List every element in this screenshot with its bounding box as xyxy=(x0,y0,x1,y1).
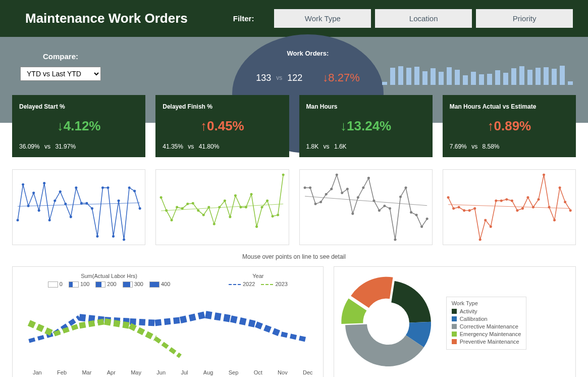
card-vs: vs xyxy=(471,143,477,150)
card-b: 8.58% xyxy=(482,143,499,150)
card-compare: 36.09% vs 31.97% xyxy=(19,143,138,150)
svg-point-83 xyxy=(484,219,487,221)
svg-point-73 xyxy=(420,225,423,228)
bottom-panels: Sum(Actual Labor Hrs) 0 100 200 300 400 … xyxy=(0,266,588,377)
svg-line-75 xyxy=(448,205,570,209)
leg-400: 400 xyxy=(161,281,170,287)
svg-point-2 xyxy=(22,183,24,186)
svg-point-96 xyxy=(553,219,556,221)
svg-point-7 xyxy=(48,219,51,221)
svg-point-88 xyxy=(511,200,513,202)
svg-point-58 xyxy=(341,192,343,194)
svg-point-28 xyxy=(171,219,173,221)
labor-hours-chart[interactable]: Sum(Actual Labor Hrs) 0 100 200 300 400 … xyxy=(12,266,324,377)
svg-point-26 xyxy=(160,196,163,199)
svg-point-10 xyxy=(64,203,67,205)
labor-legends: Sum(Actual Labor Hrs) 0 100 200 300 400 … xyxy=(19,273,317,291)
donut-legend: Work Type Activity Callibration Correcti… xyxy=(446,297,527,350)
svg-point-98 xyxy=(564,201,566,203)
svg-line-110 xyxy=(281,334,306,340)
svg-point-3 xyxy=(27,205,30,207)
svg-point-19 xyxy=(112,235,115,238)
year-legend: Year 2022 2023 xyxy=(229,273,288,291)
svg-point-78 xyxy=(457,206,460,209)
trend-mh-actual[interactable] xyxy=(443,169,576,245)
svg-point-1 xyxy=(17,219,19,221)
svg-point-62 xyxy=(362,186,364,189)
month-axis: JanFebMarAprMayJunJulAugSepOctNovDec xyxy=(33,369,313,375)
svg-point-20 xyxy=(118,200,120,202)
svg-line-105 xyxy=(155,320,180,323)
card-vs: vs xyxy=(324,143,330,150)
svg-line-106 xyxy=(180,315,205,320)
trend-man-hours[interactable] xyxy=(299,169,433,245)
svg-point-72 xyxy=(415,214,417,216)
svg-point-30 xyxy=(181,207,184,210)
svg-point-65 xyxy=(378,209,380,212)
svg-point-81 xyxy=(473,207,476,210)
svg-point-32 xyxy=(192,202,194,205)
leg-activity: Activity xyxy=(460,308,477,314)
card-a: 41.35% xyxy=(163,143,183,150)
svg-point-23 xyxy=(133,190,136,192)
work-type-donut-panel[interactable]: Work Type Activity Callibration Correcti… xyxy=(334,266,576,377)
year-2023: 2023 xyxy=(275,281,287,287)
svg-line-104 xyxy=(130,321,155,323)
trend-panels xyxy=(0,157,588,249)
svg-point-74 xyxy=(425,218,428,220)
svg-point-99 xyxy=(569,209,571,212)
svg-point-15 xyxy=(91,207,93,210)
svg-line-0 xyxy=(18,203,140,206)
filter-buttons: Work Type Location Priority xyxy=(274,9,573,28)
svg-point-41 xyxy=(240,206,242,209)
svg-point-5 xyxy=(38,209,40,212)
svg-point-52 xyxy=(309,186,311,189)
svg-point-89 xyxy=(516,209,518,212)
svg-point-86 xyxy=(500,200,503,202)
svg-point-46 xyxy=(266,200,269,202)
svg-point-68 xyxy=(394,239,396,241)
svg-point-90 xyxy=(521,207,524,210)
work-orders-sparkbar xyxy=(382,50,573,85)
svg-point-9 xyxy=(59,191,62,193)
card-vs: vs xyxy=(44,143,50,150)
svg-point-44 xyxy=(255,225,258,228)
filter-label: Filter: xyxy=(233,14,254,23)
year-legend-title: Year xyxy=(229,273,288,279)
donut-legend-title: Work Type xyxy=(452,300,521,306)
svg-point-91 xyxy=(526,196,529,199)
labor-chart-svg xyxy=(19,291,317,361)
svg-point-84 xyxy=(490,225,492,228)
card-vs: vs xyxy=(188,143,194,150)
leg-corrective: Corrective Maintenance xyxy=(460,323,518,329)
svg-point-13 xyxy=(80,202,83,205)
svg-point-14 xyxy=(85,202,88,205)
svg-line-111 xyxy=(29,323,54,334)
svg-point-47 xyxy=(272,215,274,217)
svg-point-33 xyxy=(197,209,199,212)
trend-delayed-start[interactable] xyxy=(12,169,145,245)
filter-work-type-button[interactable]: Work Type xyxy=(274,9,371,28)
svg-point-87 xyxy=(505,198,508,201)
compare-block: Compare: YTD vs Last YTD xyxy=(0,52,131,81)
filter-priority-button[interactable]: Priority xyxy=(476,9,573,28)
card-title: Man Hours Actual vs Estimate xyxy=(450,103,569,110)
card-mh-actual-estimate: Man Hours Actual vs Estimate ↑0.89% 7.69… xyxy=(443,95,576,157)
svg-point-94 xyxy=(543,173,545,176)
svg-point-39 xyxy=(229,216,232,218)
svg-point-92 xyxy=(532,206,534,209)
svg-point-59 xyxy=(346,188,348,191)
card-a: 1.8K xyxy=(306,143,319,150)
work-orders-b: 122 xyxy=(287,73,302,83)
compare-select[interactable]: YTD vs Last YTD xyxy=(20,67,101,81)
trend-delayed-finish[interactable] xyxy=(155,169,289,245)
svg-point-67 xyxy=(388,207,391,210)
card-a: 7.69% xyxy=(450,143,467,150)
svg-point-71 xyxy=(410,211,412,214)
svg-point-80 xyxy=(468,209,470,212)
svg-line-114 xyxy=(104,321,130,325)
svg-point-95 xyxy=(548,206,550,209)
filter-location-button[interactable]: Location xyxy=(375,9,472,28)
svg-point-8 xyxy=(54,200,56,202)
header-bar: Maintenance Work Orders Filter: Work Typ… xyxy=(0,0,588,37)
